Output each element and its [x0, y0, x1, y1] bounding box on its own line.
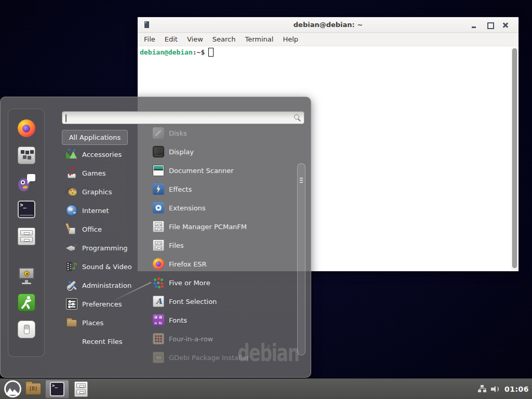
games-icon: [66, 167, 77, 179]
accessories-icon: [66, 149, 77, 160]
gdebi-icon: [153, 352, 164, 363]
category-list: Accessories Games Graphics Internet Offi…: [62, 145, 144, 351]
app-effects[interactable]: Effects: [149, 180, 293, 198]
menu-help[interactable]: Help: [278, 35, 303, 43]
category-programming[interactable]: Programming: [62, 238, 144, 257]
disks-icon: [153, 127, 164, 139]
category-recent-files[interactable]: Recent Files: [62, 332, 144, 351]
five-or-more-icon: [153, 277, 164, 288]
extensions-gear-icon: [153, 202, 164, 214]
app-files[interactable]: Files: [149, 236, 293, 255]
category-label: All Applications: [69, 134, 121, 141]
category-all-applications[interactable]: All Applications: [62, 130, 128, 145]
volume-icon[interactable]: [491, 385, 500, 393]
category-games[interactable]: Games: [62, 164, 144, 182]
menu-view[interactable]: View: [182, 35, 208, 43]
shutdown-icon[interactable]: [18, 321, 35, 338]
category-graphics[interactable]: Graphics: [62, 182, 144, 201]
favorite-apps: [18, 119, 35, 245]
shell-prompt: debian@debian:~$: [140, 48, 214, 57]
text-caret: [65, 114, 66, 122]
taskbar-file-manager[interactable]: [71, 380, 91, 398]
search-box[interactable]: [62, 111, 304, 124]
menu-edit[interactable]: Edit: [160, 35, 182, 43]
prompt-user: debian@debian: [140, 48, 193, 56]
category-internet[interactable]: Internet: [62, 201, 144, 220]
taskbar-terminal-active[interactable]: [45, 380, 69, 398]
menu-file[interactable]: File: [139, 35, 160, 43]
network-icon[interactable]: [478, 385, 487, 393]
terminal-menubar: File Edit View Search Terminal Help: [138, 33, 518, 46]
programming-icon: [66, 242, 77, 254]
firefox-icon[interactable]: [18, 119, 35, 137]
display-icon: [153, 146, 164, 157]
pidgin-icon[interactable]: [18, 174, 35, 191]
application-menu: All Applications Accessories Games Graph…: [0, 97, 311, 378]
sound-video-icon: [66, 261, 77, 272]
office-icon: [66, 223, 77, 235]
places-folder-icon: [66, 317, 77, 328]
app-five-or-more[interactable]: Five or More: [149, 273, 293, 292]
scrollbar-grip-dots: [300, 178, 303, 179]
menu-terminal[interactable]: Terminal: [240, 35, 278, 43]
terminal-titlebar[interactable]: debian@debian: ~: [138, 17, 518, 33]
search-input[interactable]: [62, 112, 304, 124]
app-extensions[interactable]: Extensions: [149, 198, 293, 217]
font-selection-icon: [153, 296, 164, 307]
effects-icon: [153, 183, 164, 195]
app-fonts[interactable]: Fonts: [149, 311, 293, 329]
favorites-panel: [8, 109, 45, 357]
document-scanner-icon: [153, 165, 164, 176]
terminal-favorite-icon[interactable]: [18, 201, 35, 218]
session-buttons: [18, 267, 35, 338]
app-display[interactable]: Display: [149, 142, 293, 161]
clock[interactable]: 01:06: [504, 385, 529, 393]
category-places[interactable]: Places: [62, 313, 144, 332]
maximize-icon[interactable]: [482, 19, 498, 31]
administration-icon: [66, 280, 77, 291]
terminal-cursor: [208, 48, 214, 57]
prompt-tail: :~$: [193, 48, 205, 56]
files-icon: [153, 240, 164, 251]
search-icon: [294, 114, 299, 119]
fonts-icon: [153, 314, 164, 326]
start-menu-button[interactable]: [4, 380, 21, 397]
app-list-scrollbar[interactable]: [297, 163, 305, 355]
logout-icon[interactable]: [18, 294, 35, 311]
close-icon[interactable]: [498, 19, 513, 31]
pcmanfm-icon: [153, 221, 164, 232]
file-manager-favorite-icon[interactable]: [18, 228, 35, 245]
category-office[interactable]: Office: [62, 220, 144, 238]
four-in-a-row-icon: [153, 333, 164, 344]
app-document-scanner[interactable]: Document Scanner: [149, 161, 293, 180]
app-four-in-a-row: Four-in-a-row: [149, 329, 293, 348]
firefox-esr-icon: [153, 258, 164, 270]
terminal-taskbar-icon: [50, 382, 64, 396]
application-list: Disks Display Document Scanner Effects E…: [149, 124, 293, 367]
internet-globe-icon: [66, 205, 77, 216]
file-cabinet-taskbar-icon: [74, 381, 88, 397]
category-sound-video[interactable]: Sound & Video: [62, 257, 144, 276]
lock-screen-icon[interactable]: [18, 267, 35, 284]
minimize-icon[interactable]: [467, 19, 482, 31]
app-file-manager-pcmanfm[interactable]: File Manager PCManFM: [149, 217, 293, 236]
app-gdebi: GDebi Package Installer: [149, 348, 293, 367]
terminal-scrollbar-thumb[interactable]: [512, 48, 517, 268]
app-disks: Disks: [149, 124, 293, 142]
taskbar-file-manager-desktop[interactable]: [23, 380, 43, 398]
terminal-scrollbar[interactable]: [511, 47, 518, 270]
preferences-icon: [66, 298, 77, 310]
package-keys-icon[interactable]: [18, 147, 35, 164]
menu-search[interactable]: Search: [208, 35, 241, 43]
window-title: debian@debian: ~: [138, 21, 518, 29]
desktop-folder-icon: [25, 383, 41, 395]
graphics-icon: [66, 186, 77, 197]
app-font-selection[interactable]: Font Selection: [149, 292, 293, 311]
app-firefox-esr[interactable]: Firefox ESR: [149, 255, 293, 273]
taskbar: 01:06: [0, 378, 532, 399]
category-preferences[interactable]: Preferences: [62, 295, 144, 313]
window-controls: [467, 17, 513, 33]
category-accessories[interactable]: Accessories: [62, 145, 144, 164]
system-tray: 01:06: [478, 379, 532, 399]
